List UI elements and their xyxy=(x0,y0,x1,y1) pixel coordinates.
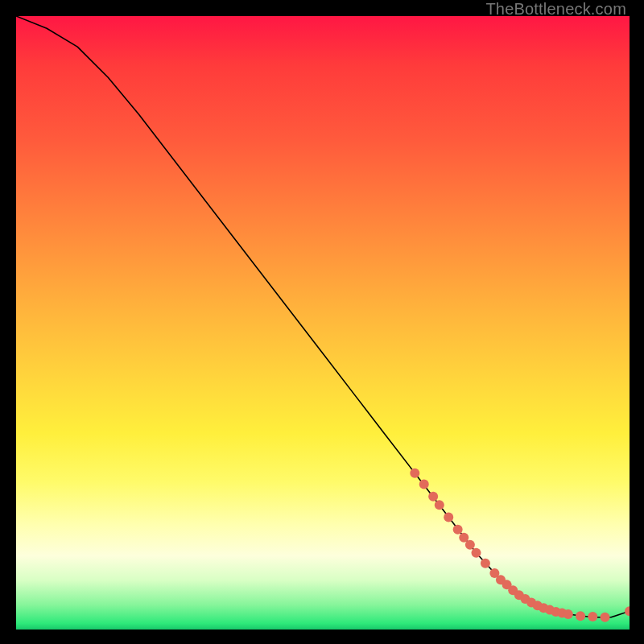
data-marker xyxy=(539,603,548,613)
data-marker xyxy=(496,575,506,584)
data-marker xyxy=(533,601,543,610)
data-marker xyxy=(489,568,499,578)
bottleneck-curve-path xyxy=(16,16,630,617)
data-marker xyxy=(588,612,597,621)
data-marker xyxy=(508,585,518,595)
data-marker xyxy=(545,605,555,615)
data-marker xyxy=(557,608,567,617)
data-marker xyxy=(576,611,585,621)
chart-svg xyxy=(16,16,630,630)
data-marker xyxy=(444,513,453,522)
data-marker xyxy=(453,525,463,535)
data-marker xyxy=(551,607,561,617)
data-marker xyxy=(435,500,444,510)
data-marker xyxy=(428,492,438,502)
data-marker xyxy=(410,469,419,478)
data-marker xyxy=(625,606,630,616)
plot-area xyxy=(16,16,630,630)
data-marker xyxy=(520,594,530,604)
chart-frame: TheBottleneck.com xyxy=(0,0,644,644)
data-marker xyxy=(601,613,610,622)
data-marker xyxy=(502,580,512,589)
data-marker xyxy=(472,548,481,558)
data-marker xyxy=(526,597,536,607)
data-marker xyxy=(459,533,469,543)
data-marker xyxy=(514,590,524,600)
data-markers xyxy=(410,469,630,622)
data-marker xyxy=(481,559,490,568)
data-marker xyxy=(465,540,475,550)
data-marker xyxy=(419,479,429,489)
data-marker xyxy=(564,609,573,619)
